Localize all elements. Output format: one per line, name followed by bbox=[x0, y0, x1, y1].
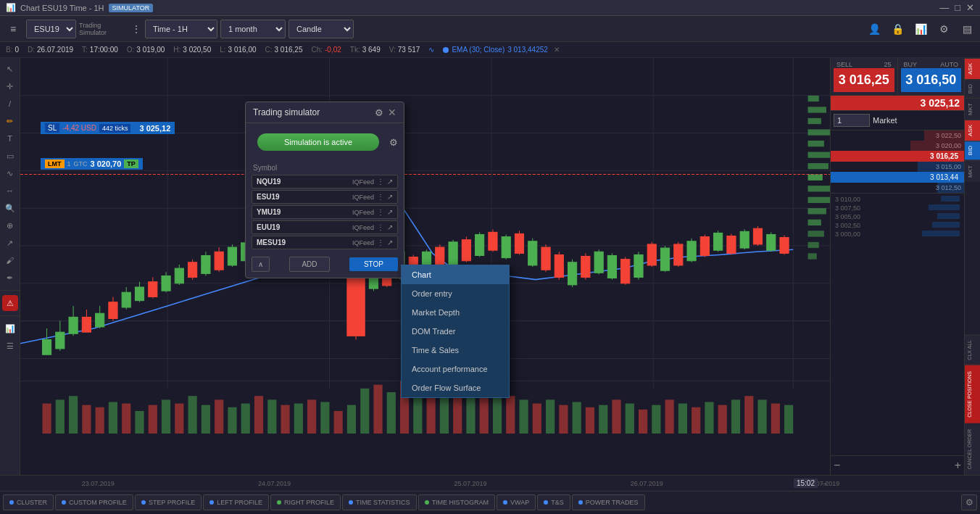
svg-rect-23 bbox=[149, 405, 157, 434]
svg-rect-20 bbox=[109, 402, 117, 434]
settings-button[interactable]: ⚙ bbox=[934, 19, 954, 39]
measure-tool[interactable]: ↔ bbox=[2, 183, 18, 199]
svg-rect-31 bbox=[254, 396, 263, 434]
time-label-4: 26.07.2019 bbox=[631, 480, 663, 487]
ctx-dom-trader[interactable]: DOM Trader bbox=[402, 322, 509, 341]
qty-input[interactable] bbox=[834, 114, 870, 127]
sim-gear-icon[interactable]: ⚙ bbox=[375, 107, 383, 118]
ctx-order-entry[interactable]: Order entry bbox=[402, 284, 509, 303]
rectangle-tool[interactable]: ▭ bbox=[2, 148, 18, 164]
tab-cluster[interactable]: CLUSTER bbox=[3, 494, 54, 510]
active-tool[interactable]: ✏ bbox=[2, 113, 18, 129]
indicator-tool[interactable]: 📊 bbox=[2, 320, 18, 336]
buy-price-button[interactable]: 3 016,50 bbox=[901, 68, 962, 92]
line-tool[interactable]: / bbox=[2, 96, 18, 112]
sym-link-icon-3[interactable]: ↗ bbox=[387, 208, 393, 216]
close-positions-btn[interactable]: CLOSE POSITIONS bbox=[965, 365, 980, 423]
sim-actions: ∧ ADD STOP bbox=[246, 251, 404, 278]
minus-btn[interactable]: − bbox=[834, 459, 840, 472]
sym-menu-icon[interactable]: ⋮ bbox=[377, 178, 384, 186]
ema-value: 3 013,44252 bbox=[507, 46, 548, 54]
sim-active-button[interactable]: Simulation is active bbox=[257, 133, 379, 151]
crosshair-tool[interactable]: ✛ bbox=[2, 78, 18, 94]
info-h: H: 3 020,50 bbox=[173, 46, 211, 54]
chart-type-select[interactable]: Candle bbox=[288, 20, 354, 38]
ema-chart-icon: ∿ bbox=[428, 46, 434, 54]
tab-left-profile[interactable]: LEFT PROFILE bbox=[203, 494, 269, 510]
sym-link-icon[interactable]: ↗ bbox=[387, 178, 393, 186]
tab-ts[interactable]: T&S bbox=[537, 494, 570, 510]
bid-btn-1[interactable]: BID bbox=[965, 79, 980, 98]
brush-tool[interactable]: 🖌 bbox=[2, 252, 18, 268]
time-period-select[interactable]: Time - 1H bbox=[145, 20, 217, 38]
ask-btn-2[interactable]: ASK bbox=[965, 120, 980, 141]
symbol-select[interactable]: ESU19 bbox=[26, 20, 76, 38]
pencil-tool[interactable]: ✒ bbox=[2, 270, 18, 286]
lock-button[interactable]: 🔒 bbox=[887, 19, 908, 39]
settings-tool[interactable]: ☰ bbox=[2, 338, 18, 354]
bottom-settings-button[interactable]: ⚙ bbox=[961, 494, 977, 510]
window-title: Chart ESU19 Time - 1H bbox=[20, 4, 104, 12]
ctx-chart[interactable]: Chart bbox=[402, 265, 509, 284]
sym-link-icon-4[interactable]: ↗ bbox=[387, 223, 393, 231]
sim-symbol-nqu19[interactable]: NQU19 IQFeed ⋮ ↗ bbox=[252, 175, 398, 188]
sim-symbol-euu19[interactable]: EUU19 IQFeed ⋮ ↗ bbox=[252, 220, 398, 234]
step-profile-label: STEP PROFILE bbox=[149, 499, 195, 506]
sym-menu-icon-5[interactable]: ⋮ bbox=[377, 239, 384, 246]
sym-menu-icon-4[interactable]: ⋮ bbox=[377, 223, 384, 231]
fibonacci-tool[interactable]: ∿ bbox=[2, 165, 18, 181]
sim-symbol-ymu19[interactable]: YMU19 IQFeed ⋮ ↗ bbox=[252, 205, 398, 219]
cancel-order-btn[interactable]: CANCEL ORDER bbox=[965, 423, 980, 475]
ctx-time-sales[interactable]: Time & Sales bbox=[402, 341, 509, 360]
sim-symbol-esu19[interactable]: ESU19 IQFeed ⋮ ↗ bbox=[252, 190, 398, 204]
profile-button[interactable]: 👤 bbox=[864, 19, 884, 39]
sym-link-icon-5[interactable]: ↗ bbox=[387, 239, 393, 246]
panel-button[interactable]: ▤ bbox=[957, 19, 977, 39]
mkt-btn-2[interactable]: MKT bbox=[965, 160, 980, 182]
sym-link-icon-2[interactable]: ↗ bbox=[387, 193, 393, 201]
sim-close-button[interactable]: ✕ bbox=[388, 107, 396, 118]
tab-vwap[interactable]: VWAP bbox=[497, 494, 536, 510]
close-ema-button[interactable]: ✕ bbox=[554, 46, 560, 54]
mkt-btn-1[interactable]: MKT bbox=[965, 98, 980, 120]
cursor-tool[interactable]: ↖ bbox=[2, 61, 18, 77]
tab-custom-profile[interactable]: CUSTOM PROFILE bbox=[55, 494, 133, 510]
sell-price-button[interactable]: 3 016,25 bbox=[834, 68, 894, 92]
arrow-tool[interactable]: ↗ bbox=[2, 235, 18, 251]
tab-power-trades[interactable]: POWER TRADES bbox=[572, 494, 645, 510]
sim-symbol-mesu19[interactable]: MESU19 IQFeed ⋮ ↗ bbox=[252, 236, 398, 249]
clx-all-btn[interactable]: CLX ALL bbox=[965, 335, 980, 365]
maximize-button[interactable]: □ bbox=[955, 2, 960, 13]
sym-menu-icon-3[interactable]: ⋮ bbox=[377, 208, 384, 216]
chart-settings-button[interactable]: 📊 bbox=[910, 19, 931, 39]
svg-rect-79 bbox=[82, 317, 91, 332]
text-tool[interactable]: T bbox=[2, 130, 18, 146]
ctx-account-performance[interactable]: Account performance bbox=[402, 360, 509, 378]
svg-rect-41 bbox=[387, 392, 396, 434]
tab-time-statistics[interactable]: TIME STATISTICS bbox=[342, 494, 417, 510]
ask-btn-1[interactable]: ASK bbox=[965, 58, 980, 79]
sim-stop-button[interactable]: STOP bbox=[349, 257, 398, 271]
magnet-tool[interactable]: ⊕ bbox=[2, 217, 18, 233]
sym-menu-icon-2[interactable]: ⋮ bbox=[377, 193, 384, 201]
menu-button[interactable]: ≡ bbox=[3, 19, 23, 39]
bid-btn-2[interactable]: BID bbox=[965, 141, 980, 159]
range-select[interactable]: 1 month bbox=[220, 20, 286, 38]
minimize-button[interactable]: — bbox=[939, 2, 949, 13]
tab-step-profile[interactable]: STEP PROFILE bbox=[135, 494, 202, 510]
tab-time-histogram[interactable]: TIME HISTOGRAM bbox=[418, 494, 495, 510]
ctx-order-flow[interactable]: Order Flow Surface bbox=[402, 378, 509, 397]
svg-rect-27 bbox=[202, 405, 210, 434]
symbol-selector[interactable]: ESU19 Trading Simulator ⋮ bbox=[26, 19, 142, 39]
tab-right-profile[interactable]: RIGHT PROFILE bbox=[270, 494, 341, 510]
sim-settings-icon[interactable]: ⚙ bbox=[389, 137, 398, 148]
symbol-menu-button[interactable]: ⋮ bbox=[130, 19, 142, 39]
far-right-panel: ASK BID MKT ASK BID MKT CLX ALL CLOSE PO… bbox=[964, 58, 980, 475]
zoom-tool[interactable]: 🔍 bbox=[2, 200, 18, 216]
sim-add-button[interactable]: ADD bbox=[289, 257, 329, 272]
sim-up-button[interactable]: ∧ bbox=[252, 257, 270, 272]
plus-btn[interactable]: + bbox=[955, 459, 961, 472]
ctx-market-depth[interactable]: Market Depth bbox=[402, 303, 509, 322]
close-button[interactable]: ✕ bbox=[966, 2, 974, 13]
alert-tool[interactable]: ⚠ bbox=[2, 295, 18, 311]
